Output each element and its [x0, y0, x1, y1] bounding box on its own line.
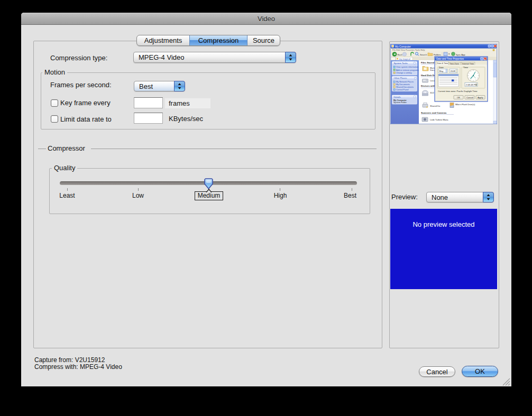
svg-text:View system information: View system information [396, 66, 418, 68]
svg-text:Internet Time: Internet Time [462, 63, 474, 65]
svg-text:File Edit View Favorites: File Edit View Favorites Tools Help [392, 49, 425, 51]
svg-text:Date: Date [439, 66, 444, 69]
svg-text:Apply: Apply [478, 96, 483, 99]
svg-text:Scanners and Cameras: Scanners and Cameras [421, 112, 447, 114]
svg-text:Back: Back [398, 53, 403, 56]
svg-text:Cancel: Cancel [466, 96, 473, 99]
svg-text:Details: Details [394, 96, 401, 98]
svg-text:My Computer: My Computer [395, 45, 411, 48]
svg-text:System Folder: System Folder [393, 101, 407, 104]
svg-text:Other Places: Other Places [394, 77, 407, 79]
svg-text:Shared Do: Shared Do [430, 105, 441, 107]
svg-text:System Tasks: System Tasks [394, 62, 408, 64]
svg-text:Mike's Flash Drive(s): Mike's Flash Drive(s) [455, 103, 475, 106]
svg-text:2008: 2008 [451, 70, 456, 72]
svg-text:Current time zone: Pacific Day: Current time zone: Pacific Daylight Time [438, 90, 478, 93]
svg-text:my magical: my magical [399, 58, 410, 60]
svg-text:Time Zone: Time Zone [450, 63, 459, 65]
svg-text:Add or remove programs: Add or remove programs [396, 69, 419, 71]
svg-text:Lede Turbine Mana: Lede Turbine Mana [430, 118, 448, 121]
svg-text:Time: Time [463, 66, 469, 69]
svg-text:2:08:48 PM: 2:08:48 PM [466, 84, 478, 86]
svg-text:Date and Time Properties: Date and Time Properties [436, 58, 464, 60]
svg-text:OK: OK [457, 96, 460, 99]
svg-text:Control Panel: Control Panel [396, 88, 409, 91]
svg-text:Change a setting: Change a setting [396, 71, 411, 74]
svg-text:Folders: Folders [434, 53, 441, 56]
svg-text:Search: Search [420, 53, 427, 56]
svg-text:Date & Time: Date & Time [437, 62, 448, 64]
svg-text:Sync App: Sync App [456, 53, 465, 56]
svg-text:May: May [439, 70, 444, 72]
